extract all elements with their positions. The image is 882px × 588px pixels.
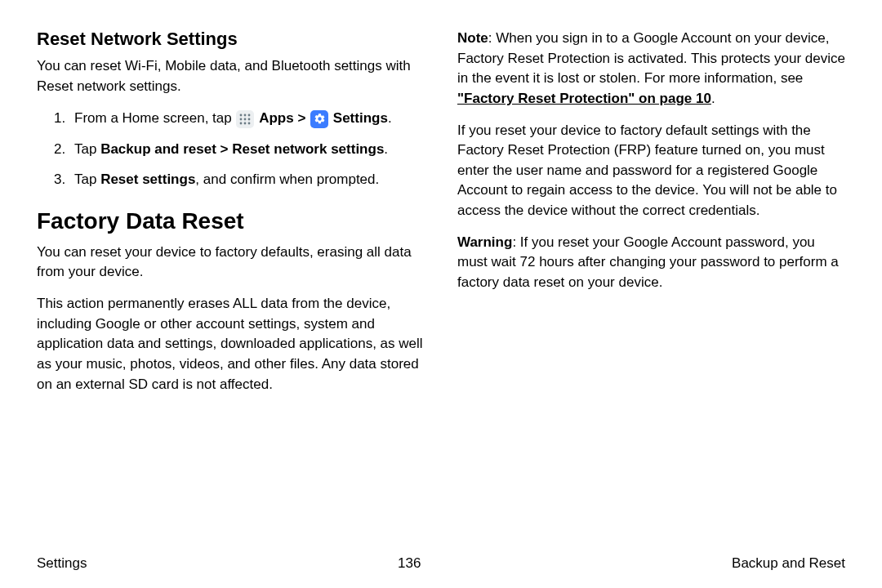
svg-point-6 <box>240 122 243 124</box>
factory-reset-p2: This action permanently erases ALL data … <box>37 294 425 394</box>
apps-label: Apps <box>259 110 294 126</box>
settings-icon <box>310 110 328 128</box>
note-paragraph: Note: When you sign in to a Google Accou… <box>457 29 845 109</box>
settings-label: Settings <box>333 110 388 126</box>
svg-point-4 <box>244 118 247 120</box>
reset-network-steps: From a Home screen, tap Apps > Settings.… <box>37 108 425 190</box>
step-3: Tap Reset settings, and confirm when pro… <box>69 169 425 190</box>
reset-network-intro: You can reset Wi-Fi, Mobile data, and Bl… <box>37 56 425 96</box>
apps-icon <box>236 110 254 128</box>
footer-right: Backup and Reset <box>732 555 845 572</box>
footer-page-number: 136 <box>398 555 421 572</box>
svg-point-0 <box>240 114 243 116</box>
step-2: Tap Backup and reset > Reset network set… <box>69 139 425 160</box>
svg-point-7 <box>244 122 247 124</box>
svg-point-3 <box>240 118 243 120</box>
svg-point-1 <box>244 114 247 116</box>
footer-left: Settings <box>37 555 87 572</box>
frp-link[interactable]: "Factory Reset Protection" on page 10 <box>457 91 711 106</box>
svg-point-2 <box>248 114 251 116</box>
right-column: Note: When you sign in to a Google Accou… <box>457 29 845 406</box>
svg-point-8 <box>248 122 251 124</box>
heading-reset-network: Reset Network Settings <box>37 29 425 50</box>
step-1: From a Home screen, tap Apps > Settings. <box>69 108 425 129</box>
warning-paragraph: Warning: If you reset your Google Accoun… <box>457 233 845 293</box>
heading-factory-reset: Factory Data Reset <box>37 208 425 234</box>
frp-paragraph: If you reset your device to factory defa… <box>457 121 845 221</box>
left-column: Reset Network Settings You can reset Wi-… <box>37 29 425 406</box>
svg-point-5 <box>248 118 251 120</box>
factory-reset-p1: You can reset your device to factory def… <box>37 243 425 283</box>
page-footer: Settings 136 Backup and Reset <box>37 555 845 572</box>
